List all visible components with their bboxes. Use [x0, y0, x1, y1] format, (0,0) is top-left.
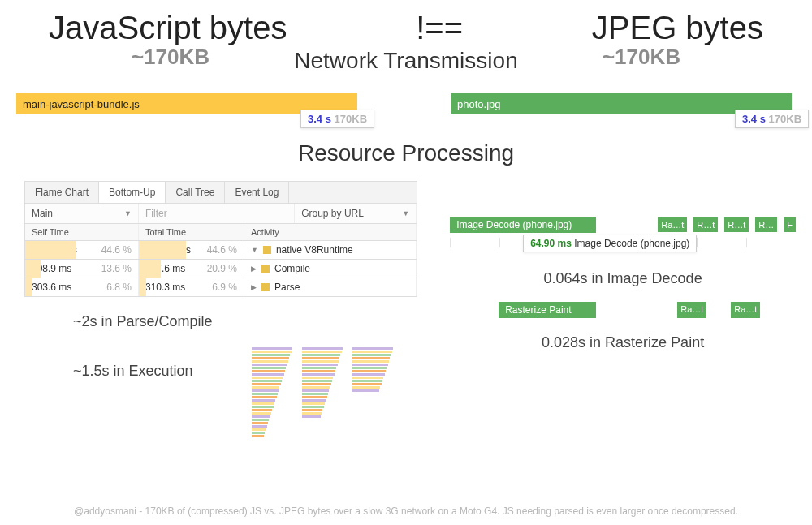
- activity-swatch-icon: [261, 283, 270, 291]
- tab-call-tree[interactable]: Call Tree: [166, 182, 225, 203]
- activity-swatch-icon: [261, 265, 270, 273]
- activity-label: Parse: [274, 282, 300, 293]
- jpeg-size-approx: ~170KB: [520, 45, 763, 74]
- devtools-panel: Flame Chart Bottom-Up Call Tree Event Lo…: [24, 181, 417, 412]
- decode-tip-time: 64.90 ms: [530, 238, 572, 249]
- activity-label: Compile: [274, 263, 310, 274]
- table-row[interactable]: 1997.0 ms44.6 %1997.0 ms44.6 %▼native V8…: [24, 241, 417, 260]
- filter-input[interactable]: Filter: [145, 208, 167, 219]
- col-activity[interactable]: Activity: [244, 224, 417, 240]
- table-row[interactable]: 303.6 ms6.8 %310.3 ms6.9 %▶Parse: [24, 278, 417, 297]
- js-tooltip-size: 170KB: [335, 113, 367, 125]
- chevron-right-icon[interactable]: ▶: [251, 265, 257, 273]
- not-equal-symbol: !==: [416, 10, 463, 46]
- parse-compile-note: ~2s in Parse/Compile: [24, 313, 417, 330]
- jpeg-title: JPEG bytes: [592, 10, 763, 46]
- footer-credit: @addyosmani - 170KB of (compressed) JS v…: [0, 506, 812, 517]
- decode-fragment: Ra…t: [658, 217, 687, 232]
- rasterize-block: Rasterize Paint: [499, 302, 596, 318]
- devtools-tabs: Flame Chart Bottom-Up Call Tree Event Lo…: [24, 181, 417, 204]
- col-total-time[interactable]: Total Time: [139, 224, 244, 240]
- decode-fragment: R…t: [724, 217, 749, 232]
- activity-label: native V8Runtime: [276, 244, 353, 256]
- chevron-down-icon[interactable]: ▼: [402, 209, 409, 217]
- jpeg-network-block: photo.jpg 3.4 s 170KB: [451, 93, 796, 114]
- js-title: JavaScript bytes: [49, 10, 287, 46]
- processing-section-title: Resource Processing: [0, 140, 812, 166]
- tab-bottom-up[interactable]: Bottom-Up: [99, 182, 166, 203]
- table-row[interactable]: 608.9 ms13.6 %937.6 ms20.9 %▶Compile: [24, 260, 417, 278]
- image-decode-block: Image Decode (phone.jpg): [450, 217, 596, 233]
- decode-fragment: F: [784, 217, 796, 232]
- raster-fragment: Ra…t: [677, 302, 706, 318]
- js-network-block: main-javascript-bundle.js 3.4 s 170KB: [16, 93, 361, 114]
- js-tooltip-time: 3.4 s: [308, 113, 331, 125]
- chevron-down-icon[interactable]: ▼: [251, 246, 258, 254]
- network-section-title: Network Transmission: [292, 48, 520, 74]
- jpeg-tooltip-time: 3.4 s: [742, 113, 766, 125]
- tab-flame-chart[interactable]: Flame Chart: [25, 182, 99, 203]
- jpeg-tooltip-size: 170KB: [769, 113, 801, 125]
- image-decode-note: 0.064s in Image Decode: [450, 270, 796, 287]
- flame-chart-thumbnail: [252, 347, 414, 437]
- image-decode-tooltip: 64.90 ms Image Decode (phone.jpg): [523, 235, 697, 252]
- col-self-time[interactable]: Self Time: [25, 224, 139, 240]
- tab-event-log[interactable]: Event Log: [225, 182, 289, 203]
- raster-fragment: Ra…t: [731, 302, 760, 318]
- group-by-label[interactable]: Group by URL: [301, 208, 364, 219]
- js-tooltip: 3.4 s 170KB: [300, 110, 374, 128]
- js-size-approx: ~170KB: [49, 45, 292, 74]
- decode-fragment: R…: [755, 217, 777, 232]
- chevron-right-icon[interactable]: ▶: [251, 283, 257, 291]
- decode-tip-label: Image Decode (phone.jpg): [574, 238, 689, 249]
- chevron-down-icon[interactable]: ▼: [124, 209, 132, 217]
- activity-swatch-icon: [263, 246, 271, 254]
- image-processing-block: Image Decode (phone.jpg) Ra…t R…t R…t R……: [450, 181, 796, 412]
- decode-fragment: R…t: [693, 217, 718, 232]
- filter-main-label[interactable]: Main: [32, 208, 53, 219]
- jpeg-tooltip: 3.4 s 170KB: [735, 110, 809, 128]
- rasterize-note: 0.028s in Rasterize Paint: [450, 334, 796, 351]
